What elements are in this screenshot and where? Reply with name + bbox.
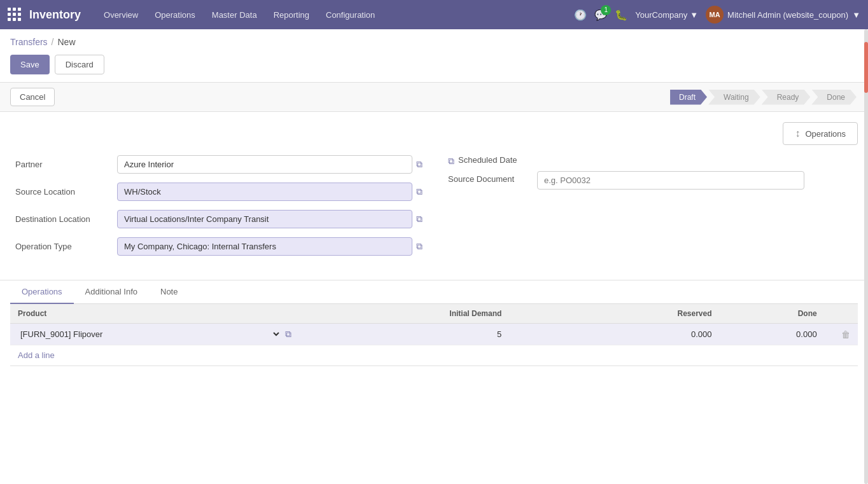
nav-operations[interactable]: Operations bbox=[147, 6, 203, 24]
status-bar: Cancel Draft Waiting Ready Done bbox=[0, 82, 868, 112]
scroll-bar[interactable] bbox=[864, 29, 868, 484]
tabs-section: Operations Additional Info Note bbox=[0, 280, 868, 304]
user-name: Mitchell Admin (website_coupon) bbox=[727, 10, 848, 20]
col-done-header: Done bbox=[720, 304, 825, 324]
destination-location-external-link-icon[interactable]: ⧉ bbox=[416, 214, 423, 225]
operation-type-label: Operation Type bbox=[15, 242, 117, 251]
nav-overview[interactable]: Overview bbox=[96, 6, 146, 24]
product-select[interactable]: [FURN_9001] Flipover bbox=[18, 328, 281, 341]
tab-operations[interactable]: Operations bbox=[10, 280, 74, 304]
app-title: Inventory bbox=[29, 8, 81, 22]
source-document-input[interactable] bbox=[537, 171, 804, 190]
nav-reporting[interactable]: Reporting bbox=[266, 6, 317, 24]
table-section: Product Initial Demand Reserved Done [FU… bbox=[0, 304, 868, 366]
company-name: YourCompany bbox=[635, 10, 687, 20]
topbar-right: 🕐 💬 1 🐛 YourCompany ▼ MA Mitchell Admin … bbox=[574, 6, 860, 24]
app-grid-icon[interactable] bbox=[8, 8, 22, 22]
col-actions-header bbox=[825, 304, 858, 324]
product-cell: [FURN_9001] Flipover ⧉ bbox=[10, 324, 299, 345]
status-done: Done bbox=[811, 90, 857, 105]
partner-external-link-icon[interactable]: ⧉ bbox=[416, 159, 423, 170]
form-right: ⧉ Scheduled Date Source Document bbox=[448, 155, 853, 265]
operations-button[interactable]: ↕ Operations bbox=[783, 122, 858, 145]
divider bbox=[10, 366, 858, 366]
breadcrumb-current: New bbox=[58, 37, 76, 47]
operations-btn-wrap: ↕ Operations bbox=[0, 112, 868, 150]
nav-masterdata[interactable]: Master Data bbox=[204, 6, 265, 24]
source-location-external-link-icon[interactable]: ⧉ bbox=[416, 186, 423, 197]
source-location-control: WH/Stock ⧉ bbox=[117, 183, 423, 201]
user-menu[interactable]: MA Mitchell Admin (website_coupon) ▼ bbox=[706, 6, 860, 24]
source-location-row: Source Location WH/Stock ⧉ bbox=[15, 183, 423, 201]
operations-button-label: Operations bbox=[805, 129, 846, 139]
product-external-link-icon[interactable]: ⧉ bbox=[285, 329, 291, 340]
company-selector[interactable]: YourCompany ▼ bbox=[635, 10, 698, 20]
table-header: Product Initial Demand Reserved Done bbox=[10, 304, 858, 324]
tabs-header: Operations Additional Info Note bbox=[10, 280, 858, 304]
partner-row: Partner Azure Interior ⧉ bbox=[15, 155, 423, 174]
status-draft: Draft bbox=[670, 90, 707, 105]
action-bar: Save Discard bbox=[0, 50, 868, 82]
scheduled-date-external-link-icon[interactable]: ⧉ bbox=[448, 156, 454, 167]
cancel-button[interactable]: Cancel bbox=[10, 88, 55, 106]
table-row: [FURN_9001] Flipover ⧉ 5 0.000 0.000 🗑 bbox=[10, 324, 858, 345]
operation-type-row: Operation Type My Company, Chicago: Inte… bbox=[15, 237, 423, 256]
top-navigation: Inventory Overview Operations Master Dat… bbox=[0, 0, 868, 29]
destination-location-row: Destination Location Virtual Locations/I… bbox=[15, 210, 423, 228]
destination-location-select[interactable]: Virtual Locations/Inter Company Transit bbox=[117, 210, 412, 228]
status-steps: Draft Waiting Ready Done bbox=[670, 90, 858, 105]
reserved-cell: 0.000 bbox=[509, 324, 719, 345]
source-document-row: Source Document bbox=[448, 171, 853, 190]
add-line-cell: Add a line bbox=[10, 345, 858, 366]
company-chevron-icon: ▼ bbox=[690, 10, 698, 20]
nav-configuration[interactable]: Configuration bbox=[318, 6, 382, 24]
transfer-icon: ↕ bbox=[795, 128, 800, 139]
user-chevron-icon: ▼ bbox=[852, 10, 860, 20]
partner-select[interactable]: Azure Interior bbox=[117, 155, 412, 174]
table-body: [FURN_9001] Flipover ⧉ 5 0.000 0.000 🗑 A… bbox=[10, 324, 858, 366]
delete-row-icon[interactable]: 🗑 bbox=[841, 329, 850, 340]
scheduled-date-label: Scheduled Date bbox=[458, 155, 517, 165]
add-line-row: Add a line bbox=[10, 345, 858, 366]
destination-location-control: Virtual Locations/Inter Company Transit … bbox=[117, 210, 423, 228]
bug-icon[interactable]: 🐛 bbox=[615, 9, 627, 21]
clock-icon[interactable]: 🕐 bbox=[574, 9, 587, 21]
breadcrumb: Transfers / New bbox=[0, 29, 868, 50]
scheduled-date-row: ⧉ Scheduled Date bbox=[448, 155, 853, 167]
form-section: Partner Azure Interior ⧉ Source Location… bbox=[0, 150, 868, 280]
chat-badge-wrap[interactable]: 💬 1 bbox=[594, 9, 607, 21]
partner-label: Partner bbox=[15, 160, 117, 169]
status-ready: Ready bbox=[762, 90, 811, 105]
user-avatar: MA bbox=[706, 6, 724, 24]
add-line-button[interactable]: Add a line bbox=[18, 350, 55, 360]
breadcrumb-parent[interactable]: Transfers bbox=[10, 37, 48, 47]
delete-cell: 🗑 bbox=[825, 324, 858, 345]
col-initial-demand-header: Initial Demand bbox=[299, 304, 509, 324]
done-cell: 0.000 bbox=[720, 324, 825, 345]
source-location-select[interactable]: WH/Stock bbox=[117, 183, 412, 201]
tab-note[interactable]: Note bbox=[149, 280, 189, 304]
partner-control: Azure Interior ⧉ bbox=[117, 155, 423, 174]
breadcrumb-separator: / bbox=[52, 37, 54, 47]
main-menu: Overview Operations Master Data Reportin… bbox=[96, 6, 571, 24]
source-location-label: Source Location bbox=[15, 187, 117, 197]
status-waiting: Waiting bbox=[708, 90, 760, 105]
main-content: Transfers / New Save Discard Cancel Draf… bbox=[0, 29, 868, 484]
form-left: Partner Azure Interior ⧉ Source Location… bbox=[15, 155, 423, 265]
operations-table: Product Initial Demand Reserved Done [FU… bbox=[10, 304, 858, 366]
col-reserved-header: Reserved bbox=[509, 304, 719, 324]
destination-location-label: Destination Location bbox=[15, 214, 117, 224]
save-button[interactable]: Save bbox=[10, 55, 50, 74]
source-document-label: Source Document bbox=[448, 174, 537, 184]
operation-type-external-link-icon[interactable]: ⧉ bbox=[416, 241, 423, 252]
col-product-header: Product bbox=[10, 304, 299, 324]
operation-type-control: My Company, Chicago: Internal Transfers … bbox=[117, 237, 423, 256]
tab-additional-info[interactable]: Additional Info bbox=[74, 280, 149, 304]
discard-button[interactable]: Discard bbox=[55, 55, 104, 74]
operation-type-select[interactable]: My Company, Chicago: Internal Transfers bbox=[117, 237, 412, 256]
initial-demand-cell: 5 bbox=[299, 324, 509, 345]
chat-badge: 1 bbox=[601, 5, 611, 15]
scroll-thumb[interactable] bbox=[864, 42, 868, 93]
